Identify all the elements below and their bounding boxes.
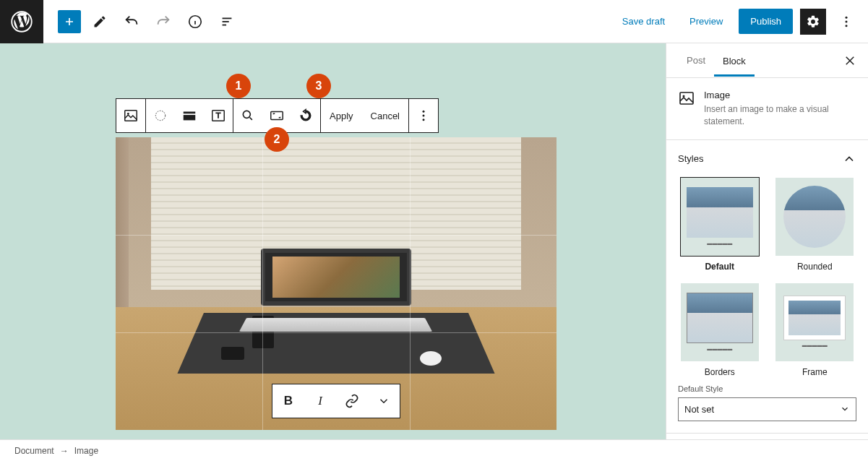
chevron-down-icon	[840, 404, 850, 414]
tab-block[interactable]: Block	[714, 46, 755, 77]
align-icon[interactable]	[175, 99, 204, 132]
tab-post[interactable]: Post	[678, 45, 714, 76]
chevron-down-icon[interactable]	[368, 384, 400, 418]
undo-icon[interactable]	[119, 9, 145, 35]
style-label-rounded: Rounded	[797, 262, 833, 272]
style-frame[interactable]: ▬▬▬▬▬ Frame	[773, 283, 857, 377]
breadcrumb-separator: →	[60, 446, 69, 456]
save-draft-link[interactable]: Save draft	[614, 10, 674, 33]
default-style-select[interactable]: Not set	[678, 397, 856, 421]
default-style-label: Default Style	[678, 384, 856, 393]
caption-input[interactable]: Add caption	[116, 430, 557, 439]
inline-format-toolbar: B I	[272, 384, 400, 418]
default-style-value: Not set	[684, 404, 714, 415]
zoom-icon[interactable]	[233, 99, 262, 132]
svg-rect-18	[271, 112, 283, 120]
wordpress-logo[interactable]	[0, 0, 43, 43]
block-type-icon[interactable]	[116, 99, 145, 132]
annotation-2: 2	[265, 127, 289, 152]
edit-icon[interactable]	[87, 9, 113, 35]
style-default[interactable]: ▬▬▬▬▬ Default	[678, 178, 762, 272]
svg-point-9	[846, 25, 848, 27]
svg-point-20	[423, 115, 425, 117]
breadcrumb-document[interactable]: Document	[14, 446, 54, 456]
preview-link[interactable]: Preview	[681, 10, 731, 33]
image-block-icon	[678, 90, 695, 107]
italic-icon[interactable]: I	[304, 384, 336, 418]
breadcrumb: Document → Image	[0, 439, 868, 461]
svg-point-16	[243, 111, 250, 118]
outline-icon[interactable]	[214, 9, 240, 35]
style-borders[interactable]: ▬▬▬▬▬ Borders	[678, 283, 762, 377]
more-options-icon[interactable]	[409, 99, 438, 132]
image-crop-area[interactable]: B I	[116, 137, 557, 430]
svg-rect-10	[125, 111, 137, 121]
annotation-1: 1	[226, 74, 251, 98]
svg-rect-13	[184, 112, 196, 114]
svg-rect-24	[680, 92, 693, 104]
bold-icon[interactable]: B	[272, 384, 304, 418]
image-block[interactable]: B I Add caption	[116, 137, 557, 439]
block-title: Image	[704, 90, 856, 100]
svg-point-8	[846, 20, 848, 22]
publish-button[interactable]: Publish	[739, 9, 793, 34]
settings-button[interactable]	[800, 9, 826, 35]
style-rounded[interactable]: Rounded	[773, 178, 857, 272]
editor-canvas[interactable]: Apply Cancel 1 2 3	[0, 43, 666, 439]
block-description: Insert an image to make a visual stateme…	[704, 103, 856, 128]
svg-point-12	[155, 111, 165, 120]
cancel-button[interactable]: Cancel	[362, 99, 408, 132]
svg-rect-14	[184, 115, 196, 120]
info-icon[interactable]	[182, 9, 208, 35]
editor-topbar: Save draft Preview Publish	[0, 0, 868, 43]
styles-panel-toggle[interactable]: Styles	[678, 152, 856, 166]
style-label-default: Default	[705, 262, 734, 272]
apply-button[interactable]: Apply	[321, 99, 362, 132]
text-overlay-icon[interactable]	[204, 99, 233, 132]
annotation-3: 3	[306, 74, 331, 98]
drag-handle-icon[interactable]	[146, 99, 175, 132]
svg-point-7	[846, 16, 848, 18]
add-block-button[interactable]	[58, 10, 81, 33]
style-label-frame: Frame	[802, 367, 828, 377]
settings-sidebar: Post Block Image Insert an image to make…	[666, 43, 868, 439]
svg-point-19	[423, 111, 425, 113]
svg-line-17	[250, 118, 252, 120]
chevron-up-icon	[842, 152, 856, 166]
more-menu-button[interactable]	[833, 9, 859, 35]
rotate-icon[interactable]	[291, 99, 320, 132]
svg-point-21	[423, 119, 425, 121]
styles-panel-title: Styles	[678, 153, 703, 164]
redo-icon[interactable]	[150, 9, 176, 35]
link-icon[interactable]	[336, 384, 368, 418]
close-sidebar-icon[interactable]	[843, 54, 856, 67]
style-label-borders: Borders	[705, 367, 735, 377]
breadcrumb-block[interactable]: Image	[74, 446, 98, 456]
